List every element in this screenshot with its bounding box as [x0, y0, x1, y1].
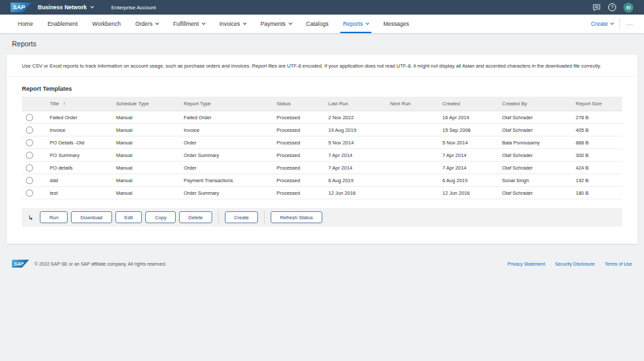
cell-title: test — [50, 190, 116, 196]
nav-item-fulfillment[interactable]: Fulfillment — [166, 15, 212, 33]
column-header-status[interactable]: Status — [277, 101, 328, 107]
cell-report-size: 405 B — [576, 127, 622, 133]
column-header-title[interactable]: Title↑ — [50, 101, 116, 107]
table-actions-bar: ↳ RunDownloadEditCopyDeleteCreateRefresh… — [22, 208, 622, 227]
nav-item-payments[interactable]: Payments — [253, 15, 299, 33]
create-button[interactable]: Create — [591, 21, 614, 27]
column-header-report-size[interactable]: Report Size — [576, 101, 622, 107]
table-row[interactable]: PO Details -OldManualOrderProcessed5 Nov… — [22, 136, 622, 149]
user-avatar[interactable]: EI — [623, 3, 633, 13]
cell-created: 16 Apr 2019 — [442, 115, 502, 121]
cell-created: 12 Jun 2016 — [442, 190, 502, 196]
action-button-refresh-status[interactable]: Refresh Status — [271, 211, 322, 223]
row-select-radio[interactable] — [26, 139, 33, 146]
cell-last-run: 12 Jun 2016 — [328, 190, 390, 196]
nav-item-enablement[interactable]: Enablement — [40, 15, 85, 33]
cell-created-by: Olaf Schrader — [502, 152, 576, 158]
action-button-download[interactable]: Download — [71, 211, 111, 223]
page-description: Use CSV or Excel reports to track inform… — [7, 55, 637, 77]
chevron-down-icon — [155, 21, 159, 25]
row-select-radio[interactable] — [26, 189, 33, 197]
nav-item-home[interactable]: Home — [11, 15, 40, 33]
more-actions-button[interactable]: ... — [626, 20, 633, 28]
cell-status: Processed — [277, 178, 328, 183]
cell-title: ddd — [50, 178, 116, 183]
nav-item-label: Payments — [261, 21, 286, 27]
nav-item-invoices[interactable]: Invoices — [212, 15, 253, 33]
product-name: Business Network — [38, 4, 87, 11]
action-button-edit[interactable]: Edit — [115, 211, 143, 223]
column-header-label: Last Run — [328, 101, 348, 107]
cell-report-size: 300 B — [576, 152, 622, 158]
row-select-radio[interactable] — [26, 152, 33, 159]
action-button-run[interactable]: Run — [40, 211, 68, 223]
table-row[interactable]: testManualOrder SummaryProcessed12 Jun 2… — [22, 187, 622, 199]
product-switcher[interactable]: Business Network — [38, 4, 94, 11]
nav-item-label: Reports — [343, 21, 363, 27]
nav-item-orders[interactable]: Orders — [128, 15, 166, 33]
cell-created-by: Olaf Schrader — [502, 190, 576, 196]
action-button-delete[interactable]: Delete — [179, 211, 212, 223]
action-button-copy[interactable]: Copy — [145, 211, 176, 223]
column-header-label: Created — [442, 101, 460, 107]
nav-item-label: Fulfillment — [173, 21, 199, 27]
column-header-created-by[interactable]: Created By — [502, 101, 576, 107]
nav-item-messages[interactable]: Messages — [376, 15, 417, 33]
table-row[interactable]: InvoiceManualInvoiceProcessed19 Aug 2019… — [22, 124, 622, 136]
cell-report-type: Failed Order — [184, 115, 277, 121]
table-header: Title↑Schedule TypeReport TypeStatusLast… — [22, 97, 622, 111]
action-button-create[interactable]: Create — [225, 211, 259, 223]
table-row[interactable]: PO SummaryManualOrder SummaryProcessed7 … — [22, 149, 622, 162]
cell-schedule-type: Manual — [116, 127, 184, 133]
footer-link-privacy-statement[interactable]: Privacy Statement — [507, 262, 545, 266]
cell-title: PO Summary — [50, 152, 116, 158]
chevron-down-icon — [289, 21, 292, 25]
cell-title: PO details — [50, 165, 116, 171]
nav-item-catalogs[interactable]: Catalogs — [299, 15, 336, 33]
table-row[interactable]: Failed OrderManualFailed OrderProcessed2… — [22, 111, 622, 124]
shell-bar: SAP Business Network Enterprise Account … — [0, 0, 644, 15]
feedback-icon[interactable] — [592, 3, 601, 11]
cell-report-size: 278 B — [576, 115, 622, 121]
chevron-down-icon — [90, 5, 94, 9]
table-row[interactable]: dddManualPayment TransactionsProcessed6 … — [22, 174, 622, 187]
row-select-cell — [22, 139, 50, 146]
separator — [619, 19, 620, 28]
cell-last-run: 6 Aug 2019 — [328, 178, 390, 183]
cell-schedule-type: Manual — [116, 140, 184, 146]
cell-report-size: 868 B — [576, 140, 622, 146]
cell-status: Processed — [277, 127, 328, 133]
cell-report-type: Invoice — [184, 127, 277, 133]
create-button-label: Create — [591, 21, 608, 27]
row-select-radio[interactable] — [26, 164, 33, 172]
cell-schedule-type: Manual — [116, 178, 184, 183]
help-icon[interactable]: ? — [608, 3, 616, 11]
table-row[interactable]: PO detailsManualOrderProcessed7 Apr 2014… — [22, 162, 622, 174]
column-header-label: Title — [50, 101, 59, 107]
separator — [264, 211, 265, 224]
account-type-label: Enterprise Account — [111, 5, 156, 11]
footer-link-security-disclosure[interactable]: Security Disclosure — [555, 262, 595, 266]
nav-item-label: Enablement — [48, 21, 78, 27]
column-header-schedule-type[interactable]: Schedule Type — [116, 101, 184, 107]
nav-item-label: Workbench — [92, 21, 121, 27]
column-header-last-run[interactable]: Last Run — [328, 101, 390, 107]
nav-item-workbench[interactable]: Workbench — [85, 15, 128, 33]
selection-arrow-icon: ↳ — [28, 214, 33, 221]
column-header-report-type[interactable]: Report Type — [184, 101, 277, 107]
cell-last-run: 7 Apr 2014 — [328, 152, 390, 158]
nav-item-reports[interactable]: Reports — [336, 15, 376, 33]
row-select-radio[interactable] — [26, 177, 33, 184]
row-select-radio[interactable] — [26, 114, 33, 121]
column-header-created[interactable]: Created — [442, 101, 502, 107]
column-header-next-run[interactable]: Next Run — [390, 101, 442, 107]
row-select-cell — [22, 177, 50, 184]
row-select-cell — [22, 127, 50, 134]
column-header-label: Next Run — [390, 101, 411, 107]
footer-link-terms-of-use[interactable]: Terms of Use — [605, 262, 632, 266]
chevron-down-icon — [611, 21, 615, 25]
cell-created-by: Bala Ponnusamy — [502, 140, 576, 146]
cell-created-by: Sonal Singh — [502, 178, 576, 183]
cell-schedule-type: Manual — [116, 190, 184, 196]
row-select-radio[interactable] — [26, 127, 33, 134]
